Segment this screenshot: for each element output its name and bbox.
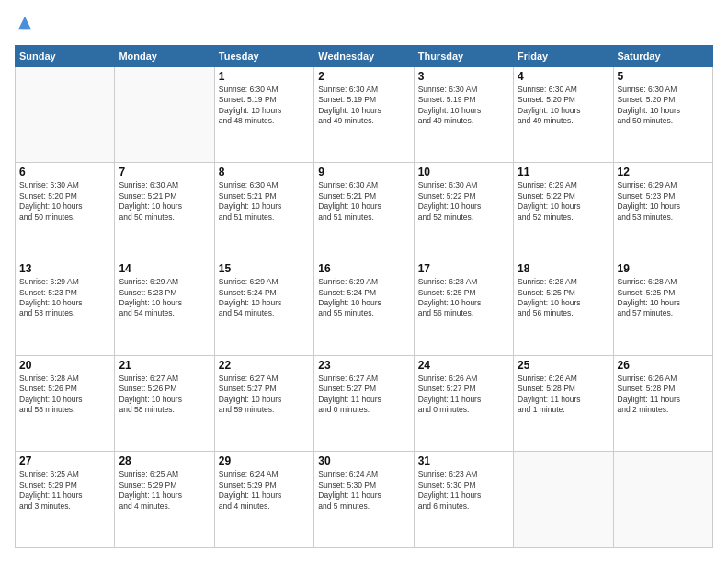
day-number: 17 <box>418 262 509 275</box>
cell-content: Sunrise: 6:27 AM Sunset: 5:26 PM Dayligh… <box>119 373 210 416</box>
cell-content: Sunrise: 6:30 AM Sunset: 5:22 PM Dayligh… <box>418 180 509 223</box>
calendar-cell <box>115 66 214 163</box>
calendar-cell: 18Sunrise: 6:28 AM Sunset: 5:25 PM Dayli… <box>514 259 613 356</box>
day-number: 20 <box>19 359 110 372</box>
day-number: 5 <box>618 70 709 83</box>
calendar-header-row: SundayMondayTuesdayWednesdayThursdayFrid… <box>16 45 713 66</box>
calendar-week-row: 6Sunrise: 6:30 AM Sunset: 5:20 PM Daylig… <box>16 163 713 259</box>
cell-content: Sunrise: 6:30 AM Sunset: 5:21 PM Dayligh… <box>318 180 409 223</box>
col-header-thursday: Thursday <box>414 45 513 66</box>
calendar-cell: 9Sunrise: 6:30 AM Sunset: 5:21 PM Daylig… <box>314 163 414 259</box>
day-number: 12 <box>618 166 709 178</box>
day-number: 16 <box>318 262 409 275</box>
cell-content: Sunrise: 6:30 AM Sunset: 5:19 PM Dayligh… <box>219 85 310 127</box>
calendar-cell: 7Sunrise: 6:30 AM Sunset: 5:21 PM Daylig… <box>115 163 214 259</box>
calendar-cell: 3Sunrise: 6:30 AM Sunset: 5:19 PM Daylig… <box>414 66 513 163</box>
calendar-week-row: 20Sunrise: 6:28 AM Sunset: 5:26 PM Dayli… <box>16 355 713 452</box>
cell-content: Sunrise: 6:28 AM Sunset: 5:25 PM Dayligh… <box>618 277 709 319</box>
calendar-cell: 30Sunrise: 6:24 AM Sunset: 5:30 PM Dayli… <box>314 452 414 548</box>
cell-content: Sunrise: 6:29 AM Sunset: 5:22 PM Dayligh… <box>518 180 609 223</box>
calendar-cell: 11Sunrise: 6:29 AM Sunset: 5:22 PM Dayli… <box>514 163 613 259</box>
cell-content: Sunrise: 6:25 AM Sunset: 5:29 PM Dayligh… <box>19 469 110 511</box>
day-number: 14 <box>119 262 210 275</box>
cell-content: Sunrise: 6:30 AM Sunset: 5:19 PM Dayligh… <box>418 85 509 127</box>
cell-content: Sunrise: 6:29 AM Sunset: 5:24 PM Dayligh… <box>219 277 310 319</box>
calendar-cell: 17Sunrise: 6:28 AM Sunset: 5:25 PM Dayli… <box>414 259 513 356</box>
day-number: 9 <box>318 166 409 178</box>
svg-rect-1 <box>22 23 27 29</box>
calendar-week-row: 27Sunrise: 6:25 AM Sunset: 5:29 PM Dayli… <box>16 452 713 548</box>
cell-content: Sunrise: 6:29 AM Sunset: 5:23 PM Dayligh… <box>19 277 110 319</box>
day-number: 7 <box>119 166 210 178</box>
calendar-table: SundayMondayTuesdayWednesdayThursdayFrid… <box>15 45 713 548</box>
day-number: 13 <box>19 262 110 275</box>
col-header-wednesday: Wednesday <box>314 45 414 66</box>
day-number: 31 <box>418 454 509 467</box>
cell-content: Sunrise: 6:28 AM Sunset: 5:25 PM Dayligh… <box>418 277 509 319</box>
day-number: 27 <box>19 454 110 467</box>
cell-content: Sunrise: 6:30 AM Sunset: 5:20 PM Dayligh… <box>618 85 709 127</box>
header <box>15 15 713 36</box>
day-number: 15 <box>219 262 310 275</box>
day-number: 30 <box>318 454 409 467</box>
day-number: 1 <box>219 70 310 83</box>
calendar-cell: 10Sunrise: 6:30 AM Sunset: 5:22 PM Dayli… <box>414 163 513 259</box>
calendar-cell: 29Sunrise: 6:24 AM Sunset: 5:29 PM Dayli… <box>214 452 313 548</box>
col-header-saturday: Saturday <box>613 45 712 66</box>
calendar-cell: 25Sunrise: 6:26 AM Sunset: 5:28 PM Dayli… <box>514 355 613 452</box>
logo <box>15 15 33 36</box>
cell-content: Sunrise: 6:26 AM Sunset: 5:27 PM Dayligh… <box>418 373 509 416</box>
day-number: 21 <box>119 359 210 372</box>
cell-content: Sunrise: 6:24 AM Sunset: 5:29 PM Dayligh… <box>219 469 310 511</box>
day-number: 11 <box>518 166 609 178</box>
cell-content: Sunrise: 6:26 AM Sunset: 5:28 PM Dayligh… <box>518 373 609 416</box>
col-header-tuesday: Tuesday <box>214 45 313 66</box>
cell-content: Sunrise: 6:25 AM Sunset: 5:29 PM Dayligh… <box>119 469 210 511</box>
day-number: 28 <box>119 454 210 467</box>
calendar-cell: 22Sunrise: 6:27 AM Sunset: 5:27 PM Dayli… <box>214 355 313 452</box>
calendar-week-row: 13Sunrise: 6:29 AM Sunset: 5:23 PM Dayli… <box>16 259 713 356</box>
calendar-cell: 20Sunrise: 6:28 AM Sunset: 5:26 PM Dayli… <box>16 355 115 452</box>
calendar-cell: 28Sunrise: 6:25 AM Sunset: 5:29 PM Dayli… <box>115 452 214 548</box>
day-number: 19 <box>618 262 709 275</box>
cell-content: Sunrise: 6:30 AM Sunset: 5:20 PM Dayligh… <box>19 180 110 223</box>
calendar-cell: 5Sunrise: 6:30 AM Sunset: 5:20 PM Daylig… <box>613 66 712 163</box>
cell-content: Sunrise: 6:23 AM Sunset: 5:30 PM Dayligh… <box>418 469 509 511</box>
calendar-cell: 12Sunrise: 6:29 AM Sunset: 5:23 PM Dayli… <box>613 163 712 259</box>
cell-content: Sunrise: 6:30 AM Sunset: 5:21 PM Dayligh… <box>119 180 210 223</box>
calendar-cell: 26Sunrise: 6:26 AM Sunset: 5:28 PM Dayli… <box>613 355 712 452</box>
day-number: 6 <box>19 166 110 178</box>
day-number: 10 <box>418 166 509 178</box>
calendar-cell: 21Sunrise: 6:27 AM Sunset: 5:26 PM Dayli… <box>115 355 214 452</box>
calendar-cell: 31Sunrise: 6:23 AM Sunset: 5:30 PM Dayli… <box>414 452 513 548</box>
day-number: 4 <box>518 70 609 83</box>
day-number: 18 <box>518 262 609 275</box>
calendar-cell: 27Sunrise: 6:25 AM Sunset: 5:29 PM Dayli… <box>16 452 115 548</box>
calendar-cell: 19Sunrise: 6:28 AM Sunset: 5:25 PM Dayli… <box>613 259 712 356</box>
cell-content: Sunrise: 6:29 AM Sunset: 5:24 PM Dayligh… <box>318 277 409 319</box>
cell-content: Sunrise: 6:28 AM Sunset: 5:25 PM Dayligh… <box>518 277 609 319</box>
cell-content: Sunrise: 6:26 AM Sunset: 5:28 PM Dayligh… <box>618 373 709 416</box>
cell-content: Sunrise: 6:29 AM Sunset: 5:23 PM Dayligh… <box>119 277 210 319</box>
logo-text <box>15 15 33 36</box>
calendar-cell: 6Sunrise: 6:30 AM Sunset: 5:20 PM Daylig… <box>16 163 115 259</box>
day-number: 24 <box>418 359 509 372</box>
cell-content: Sunrise: 6:27 AM Sunset: 5:27 PM Dayligh… <box>219 373 310 416</box>
col-header-friday: Friday <box>514 45 613 66</box>
day-number: 23 <box>318 359 409 372</box>
cell-content: Sunrise: 6:30 AM Sunset: 5:20 PM Dayligh… <box>518 85 609 127</box>
col-header-sunday: Sunday <box>16 45 115 66</box>
calendar-cell: 15Sunrise: 6:29 AM Sunset: 5:24 PM Dayli… <box>214 259 313 356</box>
calendar-cell <box>514 452 613 548</box>
calendar-cell <box>16 66 115 163</box>
day-number: 3 <box>418 70 509 83</box>
calendar-cell: 13Sunrise: 6:29 AM Sunset: 5:23 PM Dayli… <box>16 259 115 356</box>
cell-content: Sunrise: 6:30 AM Sunset: 5:21 PM Dayligh… <box>219 180 310 223</box>
logo-icon <box>17 15 33 31</box>
calendar-cell: 23Sunrise: 6:27 AM Sunset: 5:27 PM Dayli… <box>314 355 414 452</box>
day-number: 26 <box>618 359 709 372</box>
calendar-cell: 14Sunrise: 6:29 AM Sunset: 5:23 PM Dayli… <box>115 259 214 356</box>
calendar-week-row: 1Sunrise: 6:30 AM Sunset: 5:19 PM Daylig… <box>16 66 713 163</box>
calendar-cell: 24Sunrise: 6:26 AM Sunset: 5:27 PM Dayli… <box>414 355 513 452</box>
cell-content: Sunrise: 6:28 AM Sunset: 5:26 PM Dayligh… <box>19 373 110 416</box>
